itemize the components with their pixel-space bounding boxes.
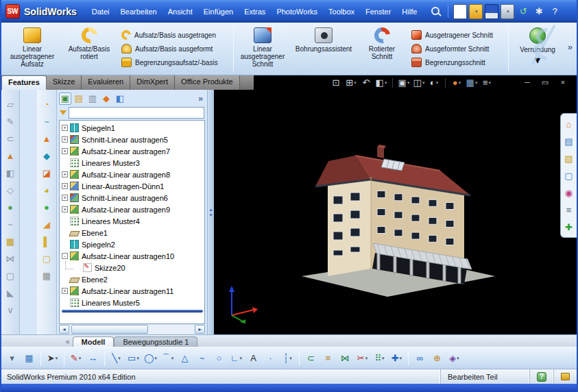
lofted-cut-icon[interactable]: ▲ [4,149,16,162]
display-relations-icon[interactable]: ∞ [412,350,428,367]
instant3d-icon[interactable]: ▱ [4,98,16,110]
graphics-viewport[interactable]: ⌂▤▧▢◉≡✚ [214,90,577,334]
boundary-boss-button[interactable]: Begrenzungsaufsatz/-basis [119,56,229,69]
dome-icon[interactable]: ● [4,201,16,213]
tree-item-spiegeln2[interactable]: Spiegeln2 [62,238,204,250]
display-style-icon[interactable]: ◫▾ [412,76,426,90]
centerline-icon[interactable]: ┆▾ [280,350,296,367]
revolved-boss-icon[interactable]: ◔ [40,98,53,110]
menu-datei[interactable]: Datei [86,5,115,19]
section-view-icon[interactable]: ◧▾ [374,76,388,90]
revolved-cut-icon[interactable]: ◕ [40,184,53,196]
configurationmanager-tab[interactable]: ▥ [86,93,99,105]
linear-pattern-feature-icon[interactable]: ▦ [40,269,53,282]
expand-icon[interactable]: + [62,171,68,177]
new-document-icon[interactable] [453,4,467,19]
tab-skizze[interactable]: Skizze [47,75,82,90]
edit-appearance-icon[interactable]: ●▾ [450,76,463,90]
pattern-icon[interactable]: ▦ [4,235,16,247]
tree-item-lineares-muster4[interactable]: Lineares Muster4 [62,215,204,227]
extruded-boss-button[interactable]: Linear ausgetragener Aufsatz [3,23,62,74]
chamfer-feature-icon[interactable]: ◢ [40,218,53,230]
swept-boss-icon[interactable]: ~ [40,115,53,127]
appearance-tag-icon[interactable] [561,373,570,380]
tab-scroll-left-icon[interactable]: « [63,338,73,347]
tree-filter-input[interactable] [69,107,204,119]
menu-photoworks[interactable]: PhotoWorks [271,5,323,19]
swept-boss-button[interactable]: Aufsatz/Basis ausgetragen [119,29,229,41]
circle-icon[interactable]: ◯▾ [143,350,158,367]
tree-item-linear-austragen-dünn1[interactable]: +Linear-Austragen-Dünn1 [62,180,204,192]
view-settings-icon[interactable]: ≡▾ [480,76,494,90]
close-icon[interactable]: × [556,76,570,90]
swept-cut-button[interactable]: Ausgetragener Schnitt [409,29,504,41]
menu-ansicht[interactable]: Ansicht [162,5,198,19]
rib-feature-icon[interactable]: ▌ [40,235,53,247]
tree-item-aufsatz-linear-austragen9[interactable]: +Aufsatz-Linear austragen9 [62,204,204,215]
hole-wizard-button[interactable]: Bohrungsassistent [290,23,357,74]
search-icon[interactable]: ▾ [429,4,443,19]
trim-entities-icon[interactable]: ✂▾ [354,350,370,367]
scroll-left-icon[interactable]: ◂ [59,325,69,334]
smart-dimension-icon[interactable]: ↔ [85,350,101,367]
design-library-icon[interactable]: ▤ [564,136,575,147]
tab-office-produkte[interactable]: Office Produkte [175,75,240,90]
tree-item-aufsatz-linear-austragen8[interactable]: +Aufsatz-Linear austragen8 [62,169,204,180]
scrollbar-thumb[interactable] [71,325,148,334]
home-icon[interactable]: ⌂ [564,119,575,130]
expand-icon[interactable]: + [62,183,68,189]
linear-pattern-icon[interactable]: ⠿▾ [372,350,387,367]
open-icon[interactable]: ▾ [469,4,483,19]
extruded-cut-button[interactable]: Linear ausgetragener Schnitt [235,23,290,74]
document-recovery-icon[interactable]: ✚ [564,221,575,232]
mirror-entities-icon[interactable]: ⋈ [337,350,353,367]
mirror-feature-icon[interactable]: ⋈ [4,252,16,265]
expand-icon[interactable]: + [62,288,68,294]
rectangle-icon[interactable]: ▭▾ [125,350,141,367]
lofted-cut-button[interactable]: Ausgeformter Schnitt [409,42,504,55]
scroll-right-icon[interactable]: ▸ [195,325,205,334]
building-model[interactable] [274,121,521,327]
tree-item-lineares-muster5[interactable]: Lineares Muster5 [62,297,204,308]
convert-entities-icon[interactable]: ⊂ [303,350,319,367]
shell-icon[interactable]: ▢ [4,269,16,282]
point-icon[interactable]: ∙ [263,350,278,367]
tree-item-ebene2[interactable]: Ebene2 [62,273,204,285]
hide-show-items-icon[interactable]: ◐▾ [427,76,441,90]
splitter-up-icon[interactable]: ▴ [210,208,213,212]
revolved-cut-button[interactable]: Rotierter Schnitt [357,23,407,74]
spline-icon[interactable]: ~ [194,350,210,367]
panel-horizontal-scrollbar[interactable]: ◂ ▸ [59,324,205,334]
tree-item-aufsatz-linear-austragen11[interactable]: +Aufsatz-Linear austragen11 [62,285,204,297]
save-icon[interactable]: ▾ [485,4,498,19]
chevron-down-icon[interactable]: ∨ [4,304,16,316]
tab-bewegungsstudie-1[interactable]: Bewegungsstudie 1 [114,336,197,347]
displaymanager-tab[interactable]: ◧ [114,93,126,105]
menu-extras[interactable]: Extras [239,5,271,19]
expand-icon[interactable]: + [62,195,68,201]
revolved-boss-button[interactable]: Aufsatz/Basis rotiert [62,23,117,74]
filter-icon[interactable]: ▾ [4,350,20,367]
tab-dimxpert[interactable]: DimXpert [130,75,175,90]
splitter-down-icon[interactable]: ▾ [210,213,213,217]
tab-evaluieren[interactable]: Evaluieren [82,75,130,90]
expand-icon[interactable]: + [62,125,68,131]
view-palette-icon[interactable]: ▢ [564,170,575,181]
menu-fenster[interactable]: Fenster [360,5,396,19]
convert-entities-icon[interactable]: ⊂ [4,132,16,145]
ribbon-overflow-button[interactable]: » [568,42,573,52]
help-icon[interactable]: ? [548,4,562,19]
ellipse-icon[interactable]: ○ [211,350,227,367]
custom-properties-icon[interactable]: ≡ [564,204,575,215]
expand-icon[interactable]: + [62,136,68,143]
scrollbar-track[interactable] [70,325,194,334]
sketch-fillet-icon[interactable]: ∟▾ [228,350,244,367]
tree-item-lineares-muster3[interactable]: Lineares Muster3 [62,157,204,169]
shell-feature-icon[interactable]: ▢ [40,252,53,265]
lofted-boss-button[interactable]: Aufsatz/Basis ausgeformt [119,42,229,55]
previous-view-icon[interactable]: ↶ [359,76,373,90]
repair-sketch-icon[interactable]: ⊕ [429,350,445,367]
extruded-cut-icon[interactable]: ◪ [40,167,53,179]
tree-item-aufsatz-linear-austragen7[interactable]: +Aufsatz-Linear austragen7 [62,145,204,157]
reference-plane-icon[interactable]: ◇ [4,184,16,196]
